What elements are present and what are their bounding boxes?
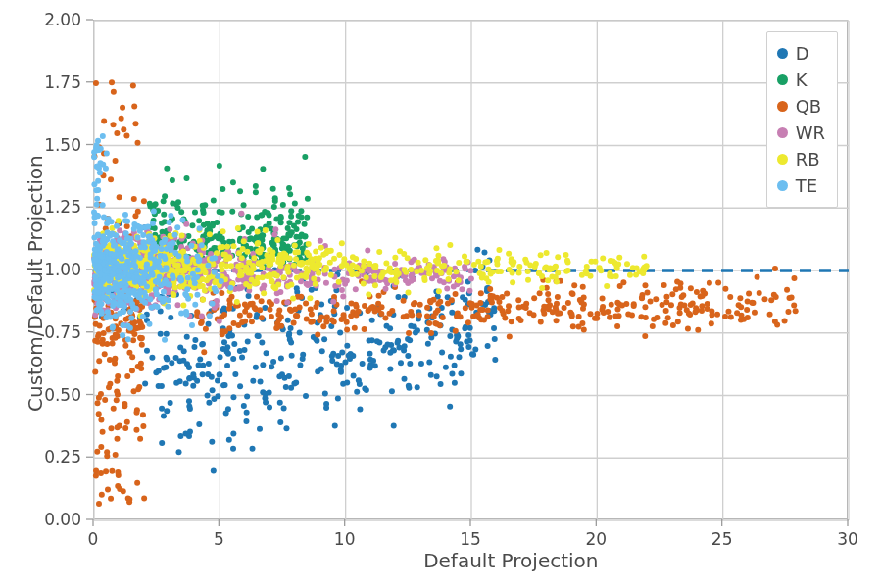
svg-point-1299 xyxy=(117,486,122,492)
svg-point-736 xyxy=(761,296,767,302)
svg-point-1061 xyxy=(578,298,584,304)
svg-text:2.00: 2.00 xyxy=(44,10,81,29)
svg-point-339 xyxy=(367,338,372,344)
svg-point-3018 xyxy=(129,301,135,307)
svg-point-556 xyxy=(162,193,168,199)
svg-point-1172 xyxy=(140,423,146,429)
svg-point-1125 xyxy=(111,406,117,412)
svg-point-145 xyxy=(426,359,432,365)
svg-point-2196 xyxy=(207,231,213,237)
svg-point-943 xyxy=(411,301,416,307)
svg-point-984 xyxy=(523,305,529,311)
svg-point-2634 xyxy=(555,254,561,260)
svg-point-978 xyxy=(570,323,576,329)
svg-point-689 xyxy=(271,242,277,248)
svg-point-3006 xyxy=(212,285,218,291)
svg-point-3109 xyxy=(156,265,162,270)
svg-text:30: 30 xyxy=(837,529,858,549)
svg-point-2013 xyxy=(231,243,237,249)
svg-point-624 xyxy=(278,215,284,220)
svg-point-3112 xyxy=(100,238,106,244)
svg-point-2704 xyxy=(600,255,606,261)
svg-point-2035 xyxy=(361,280,367,286)
svg-point-964 xyxy=(694,289,700,295)
svg-point-70 xyxy=(161,414,167,419)
svg-point-2491 xyxy=(525,269,531,274)
svg-point-2993 xyxy=(117,237,122,243)
svg-point-489 xyxy=(280,202,286,208)
svg-point-709 xyxy=(178,209,184,215)
svg-point-3099 xyxy=(141,240,147,246)
svg-point-53 xyxy=(270,359,276,365)
svg-point-2612 xyxy=(252,280,258,286)
svg-point-2655 xyxy=(313,256,318,262)
svg-text:1.25: 1.25 xyxy=(44,197,81,217)
svg-point-2622 xyxy=(288,282,294,288)
svg-point-783 xyxy=(201,349,207,355)
svg-text:1.50: 1.50 xyxy=(44,135,81,155)
svg-point-336 xyxy=(315,368,320,374)
svg-point-2595 xyxy=(564,269,569,274)
svg-point-1202 xyxy=(93,472,99,478)
svg-point-2211 xyxy=(261,290,267,296)
svg-point-3095 xyxy=(92,246,98,252)
svg-point-2349 xyxy=(224,244,230,250)
svg-point-57 xyxy=(466,332,471,338)
svg-point-1959 xyxy=(403,277,409,283)
svg-point-2695 xyxy=(359,268,365,273)
svg-point-930 xyxy=(323,319,329,325)
svg-point-1038 xyxy=(738,304,744,310)
svg-point-2681 xyxy=(453,269,459,274)
svg-point-598 xyxy=(288,208,294,214)
svg-point-1072 xyxy=(554,318,560,323)
svg-point-258 xyxy=(387,350,393,356)
svg-point-547 xyxy=(286,185,292,191)
svg-point-1500 xyxy=(318,238,323,244)
svg-point-2616 xyxy=(495,256,501,262)
svg-point-1238 xyxy=(133,410,139,416)
svg-point-2275 xyxy=(180,302,186,308)
svg-point-228 xyxy=(258,378,264,384)
svg-point-1010 xyxy=(662,282,667,288)
svg-point-2664 xyxy=(607,270,612,276)
svg-point-3060 xyxy=(178,277,184,283)
svg-point-239 xyxy=(156,383,162,389)
svg-point-126 xyxy=(264,350,270,356)
svg-point-660 xyxy=(285,231,291,237)
svg-point-693 xyxy=(173,201,179,207)
svg-point-1167 xyxy=(131,196,137,202)
legend-label: K xyxy=(796,67,808,93)
svg-point-1948 xyxy=(468,276,474,282)
svg-point-2645 xyxy=(313,248,318,254)
svg-point-1980 xyxy=(463,266,468,271)
svg-point-1123 xyxy=(133,427,139,433)
svg-point-2279 xyxy=(171,292,176,298)
svg-point-3150 xyxy=(110,325,116,331)
svg-point-434 xyxy=(211,197,217,203)
svg-point-357 xyxy=(190,371,196,377)
legend-item-QB: QB xyxy=(777,93,825,120)
svg-point-1981 xyxy=(323,280,329,286)
svg-point-1039 xyxy=(568,311,574,317)
svg-point-3160 xyxy=(100,133,106,139)
svg-point-3063 xyxy=(96,301,102,307)
svg-point-1376 xyxy=(199,314,205,319)
svg-point-3102 xyxy=(91,234,97,240)
svg-point-589 xyxy=(230,179,236,185)
svg-point-1016 xyxy=(784,287,790,293)
svg-point-2631 xyxy=(544,250,550,256)
svg-point-158 xyxy=(452,363,458,368)
svg-point-922 xyxy=(571,282,577,288)
svg-point-1080 xyxy=(639,295,645,301)
svg-point-291 xyxy=(335,395,341,401)
svg-point-921 xyxy=(308,306,314,312)
svg-point-27 xyxy=(439,349,445,355)
svg-point-345 xyxy=(206,361,212,367)
svg-point-2541 xyxy=(392,255,398,261)
svg-point-2705 xyxy=(482,260,488,266)
svg-point-249 xyxy=(218,354,223,360)
svg-point-122 xyxy=(374,338,380,344)
svg-point-3023 xyxy=(212,270,218,275)
svg-point-587 xyxy=(260,166,266,172)
svg-point-275 xyxy=(223,411,229,416)
